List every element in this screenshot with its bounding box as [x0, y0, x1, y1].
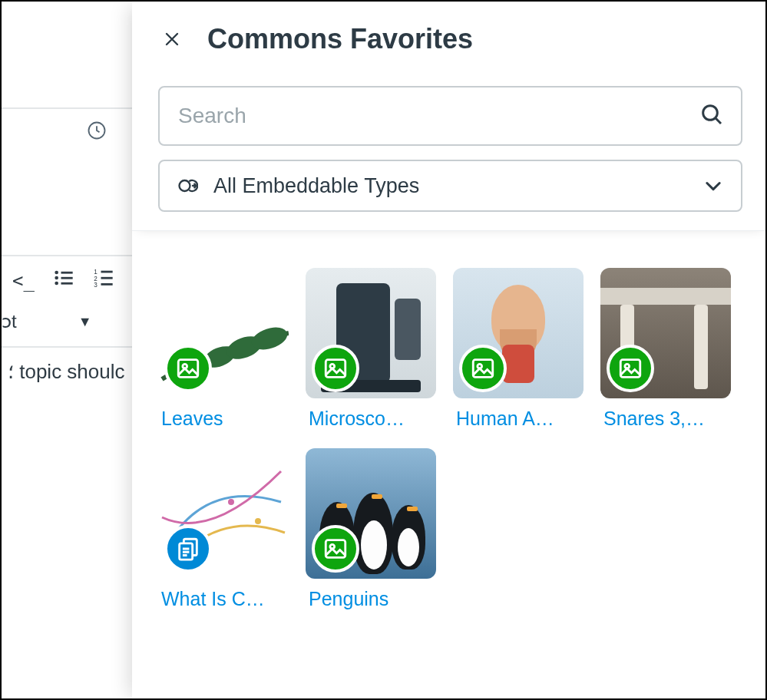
image-type-badge [312, 525, 359, 573]
favorite-card-penguins[interactable]: Penguins [306, 448, 436, 610]
commons-favorites-panel: Commons Favorites All Embeddable T [132, 2, 767, 700]
svg-rect-23 [473, 360, 493, 378]
thumbnail [306, 448, 436, 579]
thumbnail [306, 268, 436, 398]
background-editor: <̲ 1 2 3 ɔt ▼ ؛ topic shoulc [2, 2, 147, 698]
svg-rect-21 [326, 360, 345, 378]
thumbnail [158, 448, 289, 579]
image-type-badge [459, 345, 507, 392]
clock-icon-row [2, 109, 147, 155]
svg-rect-32 [326, 540, 345, 558]
clock-icon [86, 120, 107, 144]
search-input[interactable] [177, 103, 699, 129]
favorite-card-leaves[interactable]: Leaves [158, 268, 289, 430]
caret-down-icon: ▼ [78, 314, 92, 330]
svg-point-3 [55, 276, 59, 280]
svg-point-13 [703, 106, 718, 121]
panel-title: Commons Favorites [207, 23, 473, 55]
editor-body-text[interactable]: ؛ topic shoulc [2, 348, 147, 384]
svg-point-1 [55, 271, 59, 275]
svg-text:3: 3 [94, 282, 98, 289]
panel-header: Commons Favorites All Embeddable T [132, 2, 767, 231]
svg-point-14 [180, 180, 190, 191]
favorite-title: Human A… [453, 408, 584, 430]
svg-rect-19 [178, 360, 198, 378]
favorite-title: Leaves [158, 408, 289, 430]
numbered-list-icon[interactable]: 1 2 3 [93, 267, 114, 294]
svg-point-29 [255, 518, 261, 524]
favorite-title: Penguins [306, 588, 436, 610]
favorite-card-snares[interactable]: Snares 3,… [600, 268, 731, 430]
document-type-badge [164, 525, 212, 573]
favorites-grid: Leaves Microsco… [132, 231, 767, 700]
svg-rect-25 [620, 360, 640, 378]
commons-icon [177, 175, 198, 196]
favorite-title: Snares 3,… [600, 408, 731, 430]
image-type-badge [312, 345, 359, 392]
svg-rect-8 [101, 271, 113, 273]
format-select[interactable]: ɔt ▼ [2, 305, 147, 346]
search-field[interactable] [158, 86, 742, 146]
thumbnail [600, 268, 731, 398]
svg-rect-10 [101, 277, 113, 279]
app-frame: <̲ 1 2 3 ɔt ▼ ؛ topic shoulc [0, 0, 767, 700]
type-filter-dropdown[interactable]: All Embeddable Types [158, 160, 742, 212]
image-type-badge [607, 345, 654, 392]
format-select-value: ɔt [2, 311, 17, 332]
thumbnail [453, 268, 584, 398]
code-tag-icon[interactable]: <̲ [12, 270, 35, 292]
search-icon [699, 102, 724, 130]
favorite-card-microscope[interactable]: Microsco… [306, 268, 436, 430]
svg-rect-12 [101, 283, 113, 286]
thumbnail [158, 268, 289, 398]
favorite-card-cartography[interactable]: What Is C… [158, 448, 289, 610]
svg-point-5 [55, 282, 59, 286]
svg-point-28 [228, 499, 234, 505]
favorite-title: Microsco… [306, 408, 436, 430]
close-button[interactable] [158, 25, 186, 53]
chevron-down-icon [703, 175, 724, 196]
editor-toolbar: <̲ 1 2 3 [2, 256, 147, 305]
svg-rect-6 [61, 282, 73, 285]
svg-rect-4 [61, 277, 73, 279]
svg-rect-2 [61, 272, 73, 274]
favorite-title: What Is C… [158, 588, 289, 610]
type-filter-label: All Embeddable Types [213, 174, 687, 198]
bulleted-list-icon[interactable] [53, 267, 74, 294]
favorite-card-human-anatomy[interactable]: Human A… [453, 268, 584, 430]
image-type-badge [164, 345, 212, 392]
